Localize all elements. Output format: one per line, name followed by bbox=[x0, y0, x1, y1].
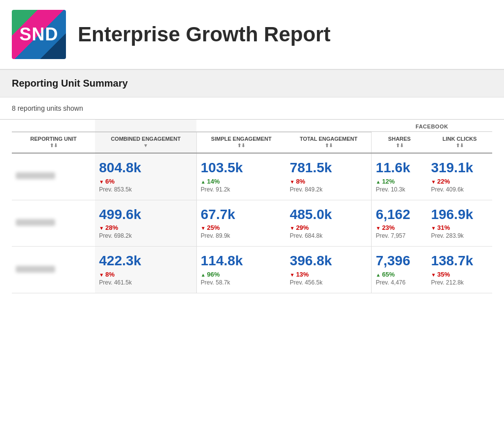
prev-value: Prev. 684.8k bbox=[290, 232, 368, 239]
metric-value: 103.5k bbox=[201, 160, 282, 176]
metric-value: 499.6k bbox=[99, 207, 192, 222]
th-simple-engagement: SIMPLE ENGAGEMENT ⬆⬇ bbox=[196, 132, 285, 153]
unit-name bbox=[16, 219, 55, 226]
prev-value: Prev. 89.9k bbox=[201, 232, 282, 239]
change-pct: 14% bbox=[201, 178, 282, 185]
unit-name-cell bbox=[12, 200, 95, 247]
table-row: 422.3k8%Prev. 461.5k114.8k96%Prev. 58.7k… bbox=[12, 247, 492, 293]
metric-value: 422.3k bbox=[99, 253, 192, 269]
metric-value: 6,162 bbox=[376, 207, 423, 222]
change-pct: 23% bbox=[376, 224, 423, 231]
change-pct: 65% bbox=[376, 271, 423, 278]
change-pct: 25% bbox=[201, 224, 282, 231]
metric-value: 781.5k bbox=[290, 160, 368, 176]
sort-icon-combined[interactable]: ▼ bbox=[99, 142, 192, 149]
prev-value: Prev. 91.2k bbox=[201, 186, 282, 193]
sort-icon-total[interactable]: ⬆⬇ bbox=[290, 142, 368, 149]
table-wrapper: FACEBOOK REPORTING UNIT ⬆⬇ COMBINED ENGA… bbox=[0, 120, 504, 293]
sort-icon-shares[interactable]: ⬆⬇ bbox=[376, 142, 423, 149]
metric-cell: 114.8k96%Prev. 58.7k bbox=[196, 247, 285, 293]
change-pct: 8% bbox=[290, 178, 368, 185]
unit-name-cell bbox=[12, 247, 95, 293]
prev-value: Prev. 409.6k bbox=[431, 186, 488, 193]
th-empty-unit bbox=[12, 120, 95, 132]
metric-value: 7,396 bbox=[376, 253, 423, 269]
change-pct: 12% bbox=[376, 178, 423, 185]
metric-value: 11.6k bbox=[376, 160, 423, 176]
change-pct: 29% bbox=[290, 224, 368, 231]
section-header: Reporting Unit Summary bbox=[0, 69, 504, 97]
metric-value: 67.7k bbox=[201, 207, 282, 222]
change-pct: 28% bbox=[99, 224, 192, 231]
metric-cell: 485.0k29%Prev. 684.8k bbox=[286, 200, 372, 247]
metric-value: 804.8k bbox=[99, 160, 192, 176]
metric-value: 396.8k bbox=[290, 253, 368, 269]
metric-cell: 67.7k25%Prev. 89.9k bbox=[196, 200, 285, 247]
prev-value: Prev. 456.5k bbox=[290, 279, 368, 286]
column-header-row: REPORTING UNIT ⬆⬇ COMBINED ENGAGEMENT ▼ … bbox=[12, 132, 492, 153]
th-empty-total bbox=[286, 120, 372, 132]
logo: SND bbox=[12, 10, 66, 59]
th-combined-engagement: COMBINED ENGAGEMENT ▼ bbox=[95, 132, 196, 153]
metric-cell: 396.8k13%Prev. 456.5k bbox=[286, 247, 372, 293]
sort-icon-link-clicks[interactable]: ⬆⬇ bbox=[431, 142, 488, 149]
unit-name-cell bbox=[12, 153, 95, 200]
section-title: Reporting Unit Summary bbox=[12, 78, 492, 89]
th-empty-combined bbox=[95, 120, 196, 132]
metric-cell: 422.3k8%Prev. 461.5k bbox=[95, 247, 196, 293]
report-title: Enterprise Growth Report bbox=[78, 23, 330, 46]
summary-table: FACEBOOK REPORTING UNIT ⬆⬇ COMBINED ENGA… bbox=[12, 120, 492, 293]
page-header: SND Enterprise Growth Report bbox=[0, 0, 504, 69]
th-shares: SHARES ⬆⬇ bbox=[372, 132, 427, 153]
prev-value: Prev. 698.2k bbox=[99, 232, 192, 239]
reporting-count: 8 reporting units shown bbox=[0, 97, 504, 120]
change-pct: 6% bbox=[99, 178, 192, 185]
th-reporting-unit: REPORTING UNIT ⬆⬇ bbox=[12, 132, 95, 153]
th-total-engagement: TOTAL ENGAGEMENT ⬆⬇ bbox=[286, 132, 372, 153]
change-pct: 13% bbox=[290, 271, 368, 278]
metric-cell: 319.1k22%Prev. 409.6k bbox=[427, 153, 492, 200]
metric-value: 196.9k bbox=[431, 207, 488, 222]
metric-cell: 7,39665%Prev. 4,476 bbox=[372, 247, 427, 293]
change-pct: 8% bbox=[99, 271, 192, 278]
prev-value: Prev. 58.7k bbox=[201, 279, 282, 286]
metric-value: 319.1k bbox=[431, 160, 488, 176]
table-body: 804.8k6%Prev. 853.5k103.5k14%Prev. 91.2k… bbox=[12, 153, 492, 293]
metric-cell: 6,16223%Prev. 7,957 bbox=[372, 200, 427, 247]
sort-icon-unit[interactable]: ⬆⬇ bbox=[16, 142, 91, 149]
prev-value: Prev. 7,957 bbox=[376, 232, 423, 239]
metric-cell: 103.5k14%Prev. 91.2k bbox=[196, 153, 285, 200]
column-group-row: FACEBOOK bbox=[12, 120, 492, 132]
th-facebook-group: FACEBOOK bbox=[372, 120, 492, 132]
change-pct: 35% bbox=[431, 271, 488, 278]
metric-value: 485.0k bbox=[290, 207, 368, 222]
metric-cell: 781.5k8%Prev. 849.2k bbox=[286, 153, 372, 200]
metric-cell: 138.7k35%Prev. 212.8k bbox=[427, 247, 492, 293]
unit-name bbox=[16, 172, 55, 179]
table-row: 499.6k28%Prev. 698.2k67.7k25%Prev. 89.9k… bbox=[12, 200, 492, 247]
metric-cell: 196.9k31%Prev. 283.9k bbox=[427, 200, 492, 247]
prev-value: Prev. 461.5k bbox=[99, 279, 192, 286]
metric-value: 114.8k bbox=[201, 253, 282, 269]
metric-value: 138.7k bbox=[431, 253, 488, 269]
prev-value: Prev. 853.5k bbox=[99, 186, 192, 193]
unit-name bbox=[16, 266, 55, 273]
prev-value: Prev. 283.9k bbox=[431, 232, 488, 239]
change-pct: 22% bbox=[431, 178, 488, 185]
table-row: 804.8k6%Prev. 853.5k103.5k14%Prev. 91.2k… bbox=[12, 153, 492, 200]
logo-text: SND bbox=[12, 10, 66, 59]
prev-value: Prev. 212.8k bbox=[431, 279, 488, 286]
prev-value: Prev. 849.2k bbox=[290, 186, 368, 193]
metric-cell: 499.6k28%Prev. 698.2k bbox=[95, 200, 196, 247]
th-link-clicks: LINK CLICKS ⬆⬇ bbox=[427, 132, 492, 153]
th-empty-simple bbox=[196, 120, 285, 132]
metric-cell: 804.8k6%Prev. 853.5k bbox=[95, 153, 196, 200]
sort-icon-simple[interactable]: ⬆⬇ bbox=[201, 142, 282, 149]
change-pct: 96% bbox=[201, 271, 282, 278]
change-pct: 31% bbox=[431, 224, 488, 231]
prev-value: Prev. 10.3k bbox=[376, 186, 423, 193]
prev-value: Prev. 4,476 bbox=[376, 279, 423, 286]
metric-cell: 11.6k12%Prev. 10.3k bbox=[372, 153, 427, 200]
